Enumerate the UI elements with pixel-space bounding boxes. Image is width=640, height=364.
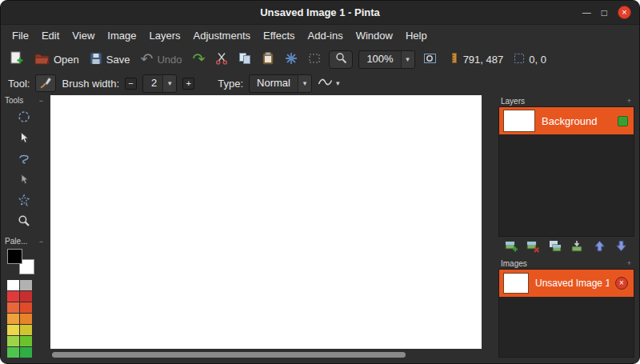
delete-layer-button[interactable] bbox=[524, 238, 543, 256]
brush-width-dropdown-arrow-icon[interactable]: ▾ bbox=[162, 75, 176, 92]
menu-view[interactable]: View bbox=[66, 27, 101, 44]
move-layer-down-button[interactable] bbox=[612, 238, 631, 256]
new-image-button[interactable] bbox=[7, 49, 26, 70]
maximize-button[interactable]: □ bbox=[602, 8, 607, 18]
close-image-button[interactable]: × bbox=[615, 277, 628, 290]
palette-swatch[interactable] bbox=[20, 347, 32, 358]
layer-thumbnail bbox=[503, 110, 535, 132]
menu-addins[interactable]: Add-ins bbox=[302, 27, 350, 44]
paste-clipboard-icon bbox=[262, 52, 274, 67]
content-area: Tools − bbox=[1, 94, 639, 364]
minimize-button[interactable]: — bbox=[582, 8, 591, 17]
palette-swatch[interactable] bbox=[20, 280, 32, 290]
horizontal-scrollbar-thumb[interactable] bbox=[52, 352, 406, 358]
current-tool-button[interactable] bbox=[35, 74, 56, 92]
titlebar[interactable]: Unsaved Image 1 - Pinta — □ × bbox=[1, 1, 639, 25]
menu-window[interactable]: Window bbox=[350, 27, 399, 44]
ellipse-select-tool[interactable] bbox=[14, 108, 34, 127]
blend-type-value: Normal bbox=[250, 75, 298, 92]
palette-swatch[interactable] bbox=[7, 291, 19, 302]
undo-button[interactable]: ↶ Undo bbox=[138, 51, 184, 68]
blend-type-dropdown-arrow-icon[interactable]: ▾ bbox=[298, 75, 311, 92]
brush-width-decrease-button[interactable]: − bbox=[125, 78, 137, 90]
move-selected-tool[interactable] bbox=[14, 129, 34, 148]
palette-swatch[interactable] bbox=[20, 302, 32, 313]
zoom-to-window-button[interactable] bbox=[421, 50, 439, 70]
menu-edit[interactable]: Edit bbox=[35, 27, 66, 44]
palette-swatch[interactable] bbox=[7, 280, 19, 290]
magic-wand-tool[interactable] bbox=[14, 191, 34, 210]
layer-row-background[interactable]: Background bbox=[499, 107, 634, 134]
primary-color-swatch[interactable] bbox=[7, 249, 22, 264]
palette-panel-collapse-icon[interactable]: − bbox=[39, 238, 43, 246]
undo-label: Undo bbox=[157, 54, 182, 66]
menu-layers[interactable]: Layers bbox=[142, 27, 186, 44]
palette-swatch[interactable] bbox=[20, 325, 32, 335]
window-title: Unsaved Image 1 - Pinta bbox=[260, 6, 380, 18]
image-size-icon bbox=[450, 52, 459, 66]
images-pane-header: Images + bbox=[498, 258, 634, 269]
palette-swatch[interactable] bbox=[20, 291, 32, 302]
brush-width-combobox[interactable]: 2 ▾ bbox=[142, 74, 177, 93]
copy-button[interactable] bbox=[236, 50, 254, 70]
palette-swatch[interactable] bbox=[7, 302, 19, 313]
menu-image[interactable]: Image bbox=[101, 27, 142, 44]
palette-swatch[interactable] bbox=[20, 336, 32, 346]
merge-layer-down-button[interactable] bbox=[568, 238, 587, 256]
duplicate-layer-button[interactable] bbox=[546, 238, 565, 256]
save-button[interactable]: Save bbox=[87, 50, 133, 70]
redo-button[interactable]: ↷ bbox=[190, 51, 207, 67]
cursor-position-icon bbox=[514, 53, 525, 66]
menubar: File Edit View Image Layers Adjustments … bbox=[1, 25, 639, 46]
horizontal-scrollbar[interactable] bbox=[50, 352, 482, 358]
image-size-indicator: 791, 487 bbox=[450, 52, 504, 66]
save-floppy-icon bbox=[90, 52, 102, 67]
lasso-select-tool[interactable] bbox=[14, 150, 34, 169]
magic-wand-icon bbox=[18, 194, 30, 209]
layers-pane-expand-icon[interactable]: + bbox=[627, 97, 631, 105]
image-row-unsaved-image-1[interactable]: Unsaved Image 1 × bbox=[499, 270, 634, 297]
selection-button[interactable] bbox=[306, 50, 323, 70]
magnifier-icon bbox=[18, 214, 30, 230]
canvas[interactable] bbox=[50, 95, 482, 349]
palette-swatch[interactable] bbox=[20, 314, 32, 324]
brush-width-increase-button[interactable]: + bbox=[182, 78, 194, 90]
stroke-style-button[interactable]: ▾ bbox=[318, 77, 340, 90]
palette-swatch[interactable] bbox=[7, 347, 19, 358]
palette-panel-header: Pale... − bbox=[1, 236, 47, 246]
menu-effects[interactable]: Effects bbox=[257, 27, 302, 44]
selection-dashed-rect-icon bbox=[308, 52, 321, 67]
paste-button[interactable] bbox=[259, 50, 277, 70]
menu-adjustments[interactable]: Adjustments bbox=[186, 27, 257, 44]
cut-button[interactable] bbox=[213, 50, 230, 70]
move-layer-up-button[interactable] bbox=[590, 238, 609, 256]
image-thumbnail bbox=[503, 273, 529, 294]
tools-panel-collapse-icon[interactable]: − bbox=[39, 97, 43, 105]
brush-width-value: 2 bbox=[143, 75, 162, 92]
paintbrush-icon bbox=[39, 76, 53, 91]
zoom-out-button[interactable] bbox=[329, 50, 353, 69]
menu-file[interactable]: File bbox=[6, 27, 35, 44]
blend-type-combobox[interactable]: Normal ▾ bbox=[249, 74, 312, 93]
layer-visibility-checkbox[interactable] bbox=[618, 116, 628, 126]
open-button[interactable]: Open bbox=[32, 50, 82, 70]
deselect-star-icon bbox=[285, 52, 298, 67]
stroke-wave-icon bbox=[318, 77, 333, 90]
palette-swatch[interactable] bbox=[7, 314, 19, 324]
add-layer-button[interactable] bbox=[502, 238, 521, 256]
new-image-icon bbox=[10, 51, 24, 67]
images-pane-expand-icon[interactable]: + bbox=[627, 259, 631, 267]
deselect-button[interactable] bbox=[282, 50, 300, 70]
close-button[interactable]: × bbox=[618, 6, 631, 19]
canvas-area bbox=[47, 94, 498, 364]
redo-icon: ↷ bbox=[192, 54, 205, 65]
move-cursor-icon bbox=[18, 131, 30, 146]
zoom-tool[interactable] bbox=[14, 212, 34, 231]
zoom-dropdown-arrow-icon[interactable]: ▾ bbox=[401, 51, 414, 68]
menu-help[interactable]: Help bbox=[399, 27, 434, 44]
move-selection-tool[interactable] bbox=[14, 170, 34, 190]
zoom-combobox[interactable]: 100% ▾ bbox=[358, 50, 414, 69]
palette-swatch[interactable] bbox=[7, 336, 19, 346]
cursor-position-value: 0, 0 bbox=[529, 54, 546, 66]
palette-swatch[interactable] bbox=[7, 325, 19, 335]
